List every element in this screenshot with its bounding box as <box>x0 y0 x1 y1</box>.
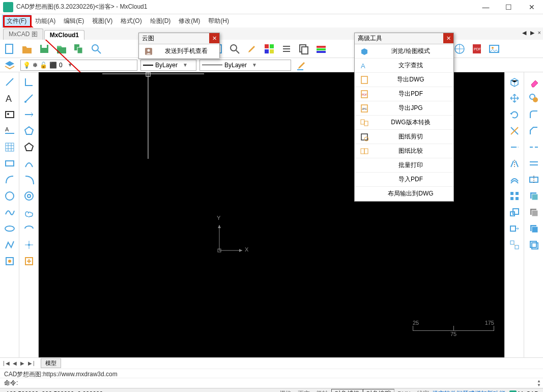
image-tool[interactable] <box>2 107 17 122</box>
copy-tool[interactable] <box>526 91 541 106</box>
doc-tab-2[interactable]: MxCloud1 <box>44 30 84 40</box>
lineweight-combo[interactable]: ByLayer▼ <box>199 60 291 71</box>
edit-pen-button[interactable] <box>294 58 309 73</box>
adv-export-jpg[interactable]: JPG导出JPG <box>355 101 453 116</box>
new-file-button[interactable] <box>2 41 17 57</box>
maximize-button[interactable]: ☐ <box>497 0 520 14</box>
adv-import-pdf[interactable]: 导入PDF <box>355 173 453 187</box>
status-otrack[interactable]: 对象追踪 <box>363 389 394 392</box>
erase-tool[interactable] <box>526 74 541 90</box>
spline-tool[interactable] <box>2 205 17 220</box>
adv-menu-close[interactable]: ✕ <box>443 33 453 43</box>
polygon-tool[interactable] <box>21 123 37 138</box>
menu-view[interactable]: 视图(V) <box>88 15 117 27</box>
align-tool[interactable] <box>526 172 541 187</box>
adv-compare[interactable]: 图纸比较 <box>355 144 453 158</box>
join-tool[interactable] <box>526 156 541 171</box>
point-tool[interactable] <box>21 237 37 253</box>
circle-tool[interactable] <box>2 188 17 204</box>
rect-tool[interactable] <box>2 156 17 171</box>
layers-tool[interactable] <box>526 188 541 204</box>
polyline-tool[interactable] <box>2 237 17 253</box>
adv-layout-dwg[interactable]: 布局输出到DWG <box>355 187 453 201</box>
ellipse-tool[interactable] <box>2 221 17 236</box>
adv-export-dwg[interactable]: 导出DWG <box>355 73 453 87</box>
cloud-menu-close[interactable]: ✕ <box>209 33 219 43</box>
edit-button[interactable] <box>244 41 260 57</box>
command-input[interactable] <box>18 380 539 387</box>
model-tab[interactable]: 模型 <box>41 358 61 368</box>
text-tool[interactable]: A <box>2 91 17 106</box>
break-tool[interactable] <box>526 139 541 155</box>
insert-block-tool[interactable] <box>21 254 37 269</box>
menu-format[interactable]: 格式(O) <box>117 15 146 27</box>
status-lwt[interactable]: 线宽 <box>414 389 432 392</box>
move-tool[interactable] <box>507 91 522 106</box>
cloud-menu-send-phone[interactable]: 发送到手机查看 <box>139 44 220 59</box>
menu-help[interactable]: 帮助(H) <box>204 15 233 27</box>
arc2-tool[interactable] <box>21 156 37 171</box>
revcloud-tool[interactable] <box>21 205 37 220</box>
arc-tool[interactable] <box>2 172 17 187</box>
find-button[interactable] <box>89 41 104 57</box>
layers4-tool[interactable] <box>526 237 541 253</box>
open-file-button[interactable] <box>19 41 35 57</box>
hatch-tool[interactable] <box>2 139 17 155</box>
explode-tool[interactable] <box>507 237 522 253</box>
menu-func[interactable]: 功能(A) <box>31 15 60 27</box>
menu-modify[interactable]: 修改(M) <box>175 15 204 27</box>
layer-manager-button[interactable] <box>2 58 17 73</box>
adv-clip[interactable]: 图纸剪切 <box>355 130 453 144</box>
adv-browse-draw-mode[interactable]: 浏览/绘图模式 <box>355 44 453 59</box>
menu-edit[interactable]: 编辑(E) <box>60 15 88 27</box>
save-button[interactable] <box>37 41 52 57</box>
line-tool[interactable] <box>2 74 17 90</box>
offset-tool[interactable] <box>507 172 522 187</box>
tabs-scroll-left[interactable]: ◀ <box>522 30 526 36</box>
menu-file[interactable]: 文件(F) <box>2 15 31 27</box>
adv-export-pdf[interactable]: PDF导出PDF <box>355 87 453 101</box>
open-folder-button[interactable] <box>54 41 69 57</box>
ellipse-arc-tool[interactable] <box>21 221 37 236</box>
tabs-close[interactable]: × <box>538 30 541 36</box>
ortho-line-tool[interactable] <box>21 74 37 90</box>
polygon2-tool[interactable] <box>21 139 37 155</box>
adv-text-find[interactable]: A文字查找 <box>355 59 453 73</box>
trim-tool[interactable] <box>507 123 522 138</box>
layers2-tool[interactable] <box>526 205 541 220</box>
layout-nav[interactable]: |◀ ◀ ▶ ▶| <box>3 360 36 366</box>
block-tool[interactable] <box>2 254 17 269</box>
layer-combo[interactable]: 💡❄🔓⬛ 0 ▼ <box>20 60 137 71</box>
copy-button[interactable] <box>296 41 311 57</box>
color-picker-button[interactable] <box>262 41 277 57</box>
list-button[interactable] <box>279 41 294 57</box>
cmd-scroll[interactable]: ▲▼ <box>537 379 541 387</box>
globe-2-button[interactable] <box>452 41 467 57</box>
status-dyn[interactable]: DYN <box>394 390 413 393</box>
linetype-combo[interactable]: ByLayer▼ <box>140 60 196 71</box>
scale-tool[interactable] <box>507 205 522 220</box>
chamfer-tool[interactable] <box>526 123 541 138</box>
minimize-button[interactable]: — <box>474 0 497 14</box>
pdf-button[interactable]: PDF <box>469 41 484 57</box>
angle-line-tool[interactable] <box>21 91 37 106</box>
fillet-tool[interactable] <box>526 107 541 122</box>
layers3-tool[interactable] <box>526 221 541 236</box>
rotate-tool[interactable] <box>507 107 522 122</box>
arc3-tool[interactable] <box>21 172 37 187</box>
status-osnap[interactable]: 对象捕捉 <box>331 389 363 392</box>
close-button[interactable]: ✕ <box>520 0 543 14</box>
tabs-scroll-right[interactable]: ▶ <box>530 30 534 36</box>
dimension-tool[interactable]: A <box>2 123 17 138</box>
mirror-tool[interactable] <box>507 156 522 171</box>
zoom-window-button[interactable] <box>227 41 242 57</box>
save-as-button[interactable] <box>71 41 87 57</box>
status-ortho[interactable]: 正交 <box>295 389 313 392</box>
palette-button[interactable] <box>313 41 329 57</box>
image-button[interactable] <box>487 41 502 57</box>
ray-tool[interactable] <box>21 107 37 122</box>
donut-tool[interactable] <box>21 188 37 204</box>
extend-tool[interactable] <box>507 139 522 155</box>
array-tool[interactable] <box>507 188 522 204</box>
stretch-tool[interactable] <box>507 221 522 236</box>
